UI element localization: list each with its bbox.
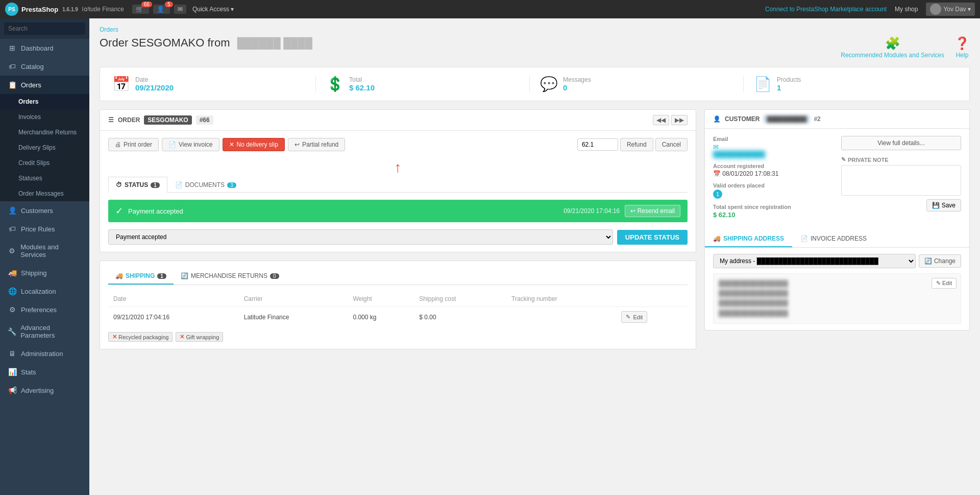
orders-icon: 📋 — [8, 81, 17, 89]
nav-arrows: ◀◀ ▶▶ — [653, 115, 688, 125]
sidebar-item-advertising[interactable]: 📢 Advertising — [0, 381, 89, 399]
documents-icon: 📄 — [175, 181, 183, 188]
submenu-orders[interactable]: Orders — [0, 94, 89, 109]
status-select[interactable]: Payment accepted — [108, 229, 613, 245]
sidebar-item-customers[interactable]: 👤 Customers — [0, 201, 89, 220]
nav-icons: 🛒66 👤5 ✉ — [132, 5, 186, 14]
cancel-btn[interactable]: Cancel — [655, 138, 688, 151]
sidebar-item-label: Customers — [21, 207, 53, 215]
refund-btn[interactable]: Refund — [620, 138, 653, 151]
submenu-merchandise-returns[interactable]: Merchandise Returns — [0, 125, 89, 140]
tab-merchandise[interactable]: 🔄 MERCHANDISE RETURNS 0 — [174, 268, 286, 285]
next-order-btn[interactable]: ▶▶ — [671, 115, 688, 125]
quick-access-btn[interactable]: Quick Access ▾ — [192, 6, 234, 13]
save-note-btn[interactable]: 💾 Save — [926, 199, 961, 211]
address-select[interactable]: My address - ███████████████████████████… — [713, 254, 916, 268]
arrow-annotation: ↑ — [108, 158, 688, 177]
recommended-modules-btn[interactable]: 🧩 Recommended Modules and Services — [841, 36, 944, 59]
submenu-delivery-slips[interactable]: Delivery Slips — [0, 140, 89, 155]
page-header: Order SESGOMAKO from ██████ ████ 🧩 Recom… — [100, 36, 970, 59]
tab-status[interactable]: ⏱ STATUS 1 — [108, 177, 167, 193]
sidebar-search[interactable] — [0, 18, 89, 39]
view-invoice-btn[interactable]: 📄 View invoice — [162, 138, 219, 151]
submenu-order-messages[interactable]: Order Messages — [0, 186, 89, 201]
shipping-icon: 🚚 — [8, 269, 17, 277]
edit-shipping-btn[interactable]: ✎ Edit — [621, 311, 647, 323]
marketplace-link[interactable]: Connect to PrestaShop Marketplace accoun… — [765, 6, 887, 13]
tab-documents[interactable]: 📄 DOCUMENTS 3 — [167, 177, 244, 193]
sidebar-item-dashboard[interactable]: ⊞ Dashboard — [0, 39, 89, 57]
sidebar-item-label: Advertising — [21, 387, 54, 394]
cell-weight: 0.000 kg — [348, 307, 414, 327]
user-avatar — [930, 4, 941, 15]
truck-icon: 🚚 — [115, 272, 123, 279]
tab-shipping-address[interactable]: 🚚 SHIPPING ADDRESS — [705, 231, 792, 247]
action-bar: 🖨 Print order 📄 View invoice ✕ No delive… — [108, 138, 688, 151]
my-shop-link[interactable]: My shop — [895, 6, 918, 13]
sidebar-item-advanced[interactable]: 🔧 Advanced Parameters — [0, 319, 89, 344]
submenu-statuses[interactable]: Statuses — [0, 171, 89, 186]
view-full-details-btn[interactable]: View full details... — [841, 136, 961, 150]
pencil-icon: ✎ — [841, 156, 846, 163]
sidebar-item-administration[interactable]: 🖥 Administration — [0, 344, 89, 363]
address-text: ████████████████ ████████████████ ██████… — [719, 279, 955, 318]
search-input[interactable] — [4, 22, 85, 35]
order-panel: ☰ ORDER SESGOMAKO #66 ◀◀ ▶▶ 🖨 Print orde… — [100, 109, 696, 252]
sidebar-item-label: Dashboard — [21, 44, 54, 52]
user-menu-btn[interactable]: Yov Dav ▾ — [926, 3, 975, 16]
logo[interactable]: PS PrestaShop 1.6.1.9 — [5, 3, 78, 16]
sidebar-item-price-rules[interactable]: 🏷 Price Rules — [0, 220, 89, 238]
partial-refund-btn[interactable]: ↩ Partial refund — [288, 138, 345, 151]
address-body: My address - ███████████████████████████… — [705, 248, 969, 330]
total-value: $ 62.10 — [349, 83, 375, 92]
cart-btn[interactable]: 🛒66 — [132, 5, 149, 14]
customer-info: Email ✉ ████████████ Account registered … — [713, 136, 833, 224]
sidebar-item-modules[interactable]: ⚙ Modules and Services — [0, 238, 89, 264]
date-value: 09/21/2020 — [135, 83, 174, 92]
messages-btn[interactable]: ✉ — [174, 5, 186, 14]
sidebar-item-stats[interactable]: 📊 Stats — [0, 363, 89, 381]
advertising-icon: 📢 — [8, 386, 17, 394]
refund-amount-input[interactable] — [577, 138, 618, 151]
email-value: ████████████ — [713, 151, 833, 158]
sidebar-item-preferences[interactable]: ⚙ Preferences — [0, 300, 89, 319]
address-card: ████████████████ ████████████████ ██████… — [713, 273, 961, 324]
edit-icon: ✎ — [626, 314, 630, 320]
orders-submenu: Orders Invoices Merchandise Returns Deli… — [0, 94, 89, 201]
sidebar-item-localization[interactable]: 🌐 Localization — [0, 282, 89, 300]
total-spent-value: $ 62.10 — [713, 211, 833, 219]
submenu-invoices[interactable]: Invoices — [0, 109, 89, 125]
edit-address-btn[interactable]: ✎ Edit — [932, 278, 957, 289]
valid-orders-field: Valid orders placed 1 — [713, 182, 833, 199]
no-delivery-slip-btn[interactable]: ✕ No delivery slip — [223, 138, 285, 151]
cell-tracking — [506, 307, 616, 327]
tab-invoice-address[interactable]: 📄 INVOICE ADDRESS — [792, 231, 875, 247]
prev-order-btn[interactable]: ◀◀ — [653, 115, 669, 125]
update-status-btn[interactable]: UPDATE STATUS — [617, 230, 688, 245]
private-note-input[interactable] — [841, 165, 961, 196]
sidebar-item-orders[interactable]: 📋 Orders — [0, 76, 89, 94]
breadcrumb-link[interactable]: Orders — [100, 26, 118, 33]
col-action — [616, 291, 688, 307]
resend-email-btn[interactable]: ↩ Resend email — [625, 205, 680, 217]
invoice-address-icon: 📄 — [800, 235, 808, 242]
refund-row: Refund Cancel — [577, 138, 688, 151]
print-order-btn[interactable]: 🖨 Print order — [108, 138, 159, 151]
customer-panel-header: 👤 CUSTOMER ██████████ #2 — [705, 110, 969, 129]
advanced-icon: 🔧 — [8, 327, 16, 336]
help-btn[interactable]: ❓ Help — [954, 36, 970, 59]
submenu-credit-slips[interactable]: Credit Slips — [0, 155, 89, 171]
sidebar-item-catalog[interactable]: 🏷 Catalog — [0, 57, 89, 76]
alerts-btn[interactable]: 👤5 — [153, 5, 170, 14]
summary-total: 💲 Total $ 62.10 — [316, 76, 530, 92]
change-address-btn[interactable]: 🔄 Change — [919, 254, 961, 268]
customer-label: CUSTOMER — [725, 115, 760, 123]
sidebar-item-label: Stats — [21, 368, 36, 376]
refund-icon: ↩ — [295, 141, 300, 148]
order-panel-header: ☰ ORDER SESGOMAKO #66 ◀◀ ▶▶ — [100, 110, 696, 131]
table-row: 09/21/2020 17:04:16 Latitude Finance 0.0… — [108, 307, 688, 327]
tab-shipping[interactable]: 🚚 SHIPPING 1 — [108, 268, 174, 285]
save-icon: 💾 — [932, 202, 940, 209]
cart-badge: 66 — [141, 2, 152, 7]
sidebar-item-shipping[interactable]: 🚚 Shipping — [0, 264, 89, 282]
